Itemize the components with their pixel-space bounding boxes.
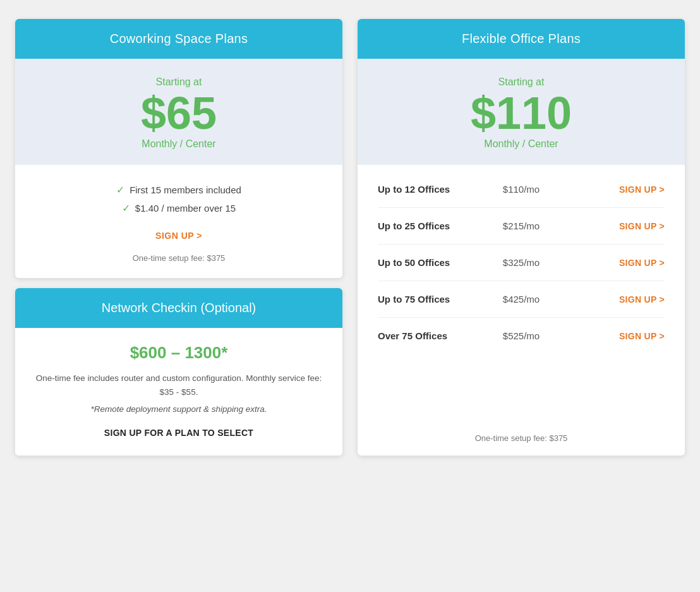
tier-label: Up to 50 Offices xyxy=(378,257,473,268)
network-body: $600 – 1300* One-time fee includes route… xyxy=(15,328,342,456)
network-header: Network Checkin (Optional) xyxy=(15,288,342,328)
network-card: Network Checkin (Optional) $600 – 1300* … xyxy=(15,288,342,456)
left-column: Coworking Space Plans Starting at $65 Mo… xyxy=(15,19,342,456)
network-cta[interactable]: SIGN UP FOR A PLAN TO SELECT xyxy=(28,428,330,438)
flexible-per-unit: Monthly / Center xyxy=(370,138,672,150)
tier-price: $110/mo xyxy=(473,184,569,195)
flexible-title: Flexible Office Plans xyxy=(462,32,581,45)
flexible-price: $110 xyxy=(370,90,672,136)
tier-row: Up to 25 Offices$215/moSIGN UP > xyxy=(378,208,665,245)
tier-label: Up to 75 Offices xyxy=(378,294,473,305)
right-panel: Flexible Office Plans Starting at $110 M… xyxy=(358,19,685,456)
coworking-card: Coworking Space Plans Starting at $65 Mo… xyxy=(15,19,342,278)
coworking-price: $65 xyxy=(28,90,330,136)
network-title: Network Checkin (Optional) xyxy=(102,301,256,315)
tier-signup-link[interactable]: SIGN UP > xyxy=(569,258,665,268)
network-desc1: One-time fee includes router and custom … xyxy=(28,372,330,399)
feature-text-2: $1.40 / member over 15 xyxy=(135,203,236,214)
coworking-starting-at: Starting at xyxy=(28,76,330,88)
flexible-setup-fee: One-time setup fee: $375 xyxy=(358,423,685,456)
coworking-title: Coworking Space Plans xyxy=(110,32,248,45)
tier-price: $215/mo xyxy=(473,220,569,231)
network-price: $600 – 1300* xyxy=(28,343,330,363)
tiers-section: Up to 12 Offices$110/moSIGN UP >Up to 25… xyxy=(358,165,685,423)
feature-item-1: ✓ First 15 members included xyxy=(30,184,327,196)
network-desc2: *Remote deployment support & shipping ex… xyxy=(28,402,330,416)
flexible-hero: Starting at $110 Monthly / Center xyxy=(358,59,685,165)
feature-item-2: ✓ $1.40 / member over 15 xyxy=(30,202,327,214)
feature-text-1: First 15 members included xyxy=(130,184,241,195)
tier-signup-link[interactable]: SIGN UP > xyxy=(569,184,665,195)
flexible-header: Flexible Office Plans xyxy=(358,19,685,59)
tier-price: $525/mo xyxy=(473,330,569,341)
tier-label: Up to 12 Offices xyxy=(378,184,473,195)
flexible-starting-at: Starting at xyxy=(370,76,672,88)
check-icon-1: ✓ xyxy=(116,184,124,196)
coworking-setup-fee: One-time setup fee: $375 xyxy=(30,253,327,263)
tier-price: $325/mo xyxy=(473,257,569,268)
tier-row: Up to 12 Offices$110/moSIGN UP > xyxy=(378,171,665,208)
coworking-features: ✓ First 15 members included ✓ $1.40 / me… xyxy=(15,165,342,278)
tier-signup-link[interactable]: SIGN UP > xyxy=(569,221,665,231)
coworking-per-unit: Monthly / Center xyxy=(28,138,330,150)
coworking-header: Coworking Space Plans xyxy=(15,19,342,59)
tier-row: Over 75 Offices$525/moSIGN UP > xyxy=(378,318,665,354)
tier-row: Up to 50 Offices$325/moSIGN UP > xyxy=(378,245,665,281)
check-icon-2: ✓ xyxy=(122,202,130,214)
main-container: Coworking Space Plans Starting at $65 Mo… xyxy=(15,19,685,456)
tier-signup-link[interactable]: SIGN UP > xyxy=(569,294,665,305)
tier-row: Up to 75 Offices$425/moSIGN UP > xyxy=(378,281,665,318)
tier-price: $425/mo xyxy=(473,294,569,305)
coworking-hero: Starting at $65 Monthly / Center xyxy=(15,59,342,165)
tier-label: Up to 25 Offices xyxy=(378,220,473,231)
coworking-signup-link[interactable]: SIGN UP > xyxy=(155,231,202,241)
network-desc2-text: *Remote deployment support & shipping ex… xyxy=(90,404,267,414)
tier-signup-link[interactable]: SIGN UP > xyxy=(569,331,665,341)
tier-label: Over 75 Offices xyxy=(378,330,473,341)
